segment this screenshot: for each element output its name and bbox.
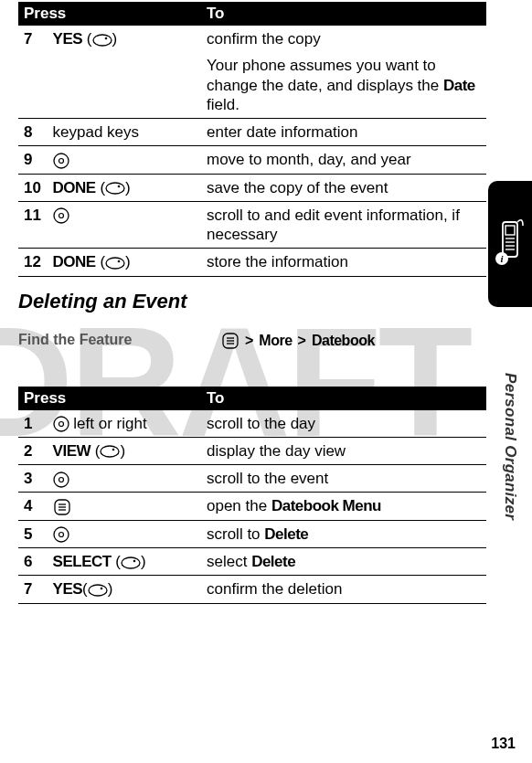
step-to: scroll to and edit event information, if… bbox=[201, 201, 486, 249]
step-num: 9 bbox=[18, 146, 48, 174]
menu-key-icon bbox=[53, 498, 71, 516]
step-press bbox=[48, 146, 201, 174]
step-press: VIEW () bbox=[48, 437, 201, 464]
svg-point-6 bbox=[54, 208, 69, 223]
text: open the bbox=[207, 497, 271, 514]
step-to: enter date information bbox=[201, 119, 486, 146]
svg-point-26 bbox=[122, 557, 140, 568]
table-row: Your phone assumes you want to change th… bbox=[18, 52, 486, 118]
step-to: scroll to Delete bbox=[201, 520, 486, 547]
table-row: 12 DONE () store the information bbox=[18, 249, 486, 276]
table-row: 9 move to month, day, and year bbox=[18, 146, 486, 174]
step-press bbox=[48, 520, 201, 547]
svg-point-4 bbox=[106, 183, 124, 194]
table-row: 4 open the Datebook Menu bbox=[18, 493, 486, 521]
step-to: confirm the copy bbox=[201, 26, 486, 52]
table-row: 7 YES() confirm the deletion bbox=[18, 576, 486, 603]
step-press bbox=[48, 493, 201, 521]
step-to: scroll to the day bbox=[201, 410, 486, 438]
step-press: DONE () bbox=[48, 174, 201, 201]
steps-table-2: Press To 1 left or right scroll to the d… bbox=[18, 387, 486, 604]
text: select bbox=[207, 553, 251, 570]
svg-point-29 bbox=[100, 587, 102, 589]
paren: ) bbox=[125, 253, 131, 270]
phone-icon-tab: i bbox=[488, 181, 532, 307]
step-press: SELECT () bbox=[48, 548, 201, 576]
page-number: 131 bbox=[491, 736, 516, 752]
paren: ) bbox=[112, 30, 118, 48]
svg-point-14 bbox=[54, 417, 69, 431]
step-to: move to month, day, and year bbox=[201, 146, 486, 174]
svg-point-0 bbox=[93, 35, 112, 46]
nav-key-icon bbox=[53, 207, 69, 224]
paren: ( bbox=[96, 179, 105, 196]
text: left or right bbox=[69, 415, 147, 432]
step-num: 5 bbox=[18, 520, 48, 547]
nav-key-icon bbox=[53, 153, 69, 169]
step-num: 7 bbox=[18, 26, 48, 52]
step-to: open the Datebook Menu bbox=[201, 493, 486, 521]
svg-point-5 bbox=[118, 185, 121, 188]
step-press: keypad keys bbox=[48, 119, 201, 146]
step-num: 7 bbox=[18, 576, 48, 603]
breadcrumb-sep: > bbox=[245, 333, 253, 349]
steps-table-1: Press To 7 YES () confirm the copy Your … bbox=[18, 2, 486, 277]
breadcrumb-item: Datebook bbox=[312, 333, 375, 349]
find-feature-line: Find the Feature > More > Datebook bbox=[18, 332, 486, 350]
right-softkey-icon bbox=[105, 257, 125, 270]
paren: ( bbox=[112, 553, 121, 570]
step-press: YES() bbox=[48, 576, 201, 603]
text: field. bbox=[207, 96, 239, 113]
softkey-label: VIEW bbox=[53, 442, 90, 460]
menu-key-icon bbox=[221, 332, 239, 350]
svg-rect-31 bbox=[505, 226, 515, 235]
right-softkey-icon bbox=[88, 584, 108, 597]
paren: ( bbox=[82, 30, 91, 48]
nav-key-icon bbox=[53, 472, 69, 488]
svg-point-25 bbox=[59, 533, 63, 537]
paren: ) bbox=[120, 442, 125, 460]
svg-point-7 bbox=[59, 214, 63, 218]
table-row: 5 scroll to Delete bbox=[18, 520, 486, 547]
breadcrumb-item: More bbox=[259, 333, 292, 349]
nav-key-icon bbox=[53, 526, 69, 543]
svg-point-18 bbox=[54, 472, 69, 487]
step-num: 12 bbox=[18, 249, 48, 276]
step-press bbox=[48, 201, 201, 249]
right-softkey-icon bbox=[92, 34, 112, 47]
step-to: display the day view bbox=[201, 437, 486, 464]
paren: ) bbox=[125, 179, 131, 196]
svg-point-28 bbox=[89, 585, 107, 596]
breadcrumb-sep: > bbox=[298, 333, 306, 349]
col-press: Press bbox=[18, 2, 201, 26]
table-row: 11 scroll to and edit event information,… bbox=[18, 201, 486, 249]
step-to: store the information bbox=[201, 249, 486, 276]
svg-point-17 bbox=[112, 449, 115, 451]
paren: ) bbox=[108, 580, 113, 598]
table-row: 10 DONE () save the copy of the event bbox=[18, 174, 486, 201]
step-num: 2 bbox=[18, 437, 48, 464]
step-num bbox=[18, 52, 48, 118]
table-row: 6 SELECT () select Delete bbox=[18, 548, 486, 576]
col-press: Press bbox=[18, 387, 201, 410]
step-to: select Delete bbox=[201, 548, 486, 576]
paren: ) bbox=[141, 553, 146, 570]
step-num: 1 bbox=[18, 410, 48, 438]
step-press bbox=[48, 465, 201, 493]
svg-point-8 bbox=[106, 258, 124, 269]
softkey-label: DONE bbox=[53, 253, 96, 270]
menu-item: Delete bbox=[264, 525, 308, 543]
step-press: YES () bbox=[48, 26, 201, 52]
table-row: 1 left or right scroll to the day bbox=[18, 410, 486, 438]
svg-point-27 bbox=[133, 559, 136, 562]
right-softkey-icon bbox=[100, 445, 120, 458]
svg-point-24 bbox=[54, 527, 69, 542]
right-softkey-icon bbox=[105, 182, 125, 195]
nav-key-icon bbox=[53, 416, 69, 432]
side-tab: i Personal Organizer bbox=[488, 181, 532, 684]
step-press: DONE () bbox=[48, 249, 201, 276]
step-to: Your phone assumes you want to change th… bbox=[201, 52, 486, 118]
table-row: 7 YES () confirm the copy bbox=[18, 26, 486, 52]
step-num: 10 bbox=[18, 174, 48, 201]
table-row: 3 scroll to the event bbox=[18, 465, 486, 493]
